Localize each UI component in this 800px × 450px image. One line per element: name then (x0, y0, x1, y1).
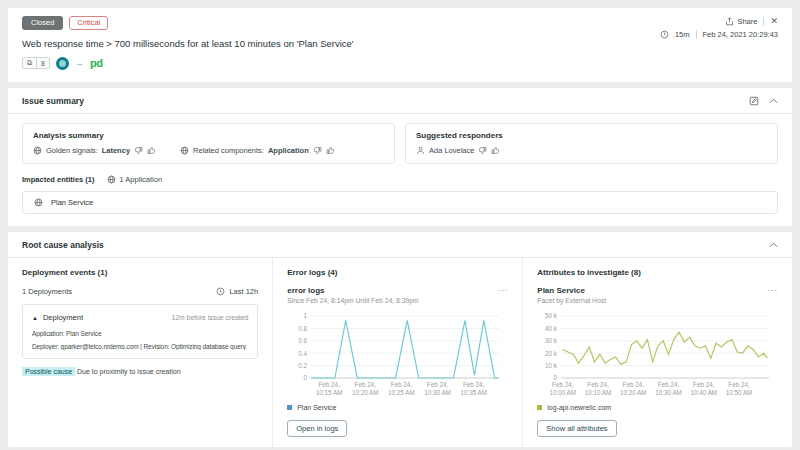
thumbs-down-icon[interactable] (313, 146, 322, 155)
section-title: Issue summary (22, 96, 84, 106)
share-label: Share (737, 17, 757, 26)
attributes-chart[interactable]: 010 k20 k30 k40 k50 kFeb 24,10:00 AMFeb … (537, 310, 779, 402)
svg-text:Feb 24,: Feb 24, (658, 381, 680, 388)
panel-title: Error logs (4) (287, 268, 508, 277)
issue-summary-header: Issue summary (8, 88, 792, 114)
suggested-responders-card: Suggested responders Ada Lovelace (405, 123, 778, 164)
svg-text:0.8: 0.8 (298, 325, 307, 332)
svg-text:1: 1 (304, 312, 308, 319)
share-icon (725, 17, 734, 26)
panel-title: Attributes to investigate (8) (537, 268, 778, 277)
attributes-legend[interactable]: log-api.newrelic.com (537, 404, 778, 411)
show-all-attributes-button[interactable]: Show all attributes (537, 420, 616, 437)
time-range-label: Last 12h (229, 287, 258, 296)
pagerduty-logo[interactable]: pd (90, 57, 102, 69)
related-components-label: Related components: (193, 146, 264, 155)
svg-text:30 k: 30 k (545, 337, 558, 344)
svg-text:10:25 AM: 10:25 AM (388, 389, 415, 396)
entity-globe-icon (34, 198, 43, 207)
svg-text:Feb 24,: Feb 24, (588, 381, 610, 388)
svg-text:Feb 24,: Feb 24, (623, 381, 645, 388)
chevron-up-icon[interactable] (769, 98, 778, 104)
possible-cause-badge: Possible cause (22, 367, 75, 376)
close-button[interactable]: ✕ (770, 16, 778, 26)
newrelic-source-icon[interactable] (56, 57, 69, 70)
svg-text:10:20 AM: 10:20 AM (620, 389, 647, 396)
thumbs-up-icon[interactable] (491, 146, 500, 155)
svg-text:0.6: 0.6 (298, 337, 307, 344)
open-in-logs-button[interactable]: Open in logs (287, 420, 347, 437)
chart-menu-button[interactable]: ... (767, 286, 778, 290)
feedback-icon[interactable] (749, 96, 759, 106)
arrow-right-icon: → (75, 58, 84, 68)
error-logs-legend[interactable]: Plan Service (287, 404, 508, 411)
header-right: Share ✕ 15m Feb 24, 2021 20:29:43 (660, 16, 778, 74)
issue-header: Closed Critical Web response time > 700 … (8, 8, 792, 82)
entity-row-plan-service[interactable]: Plan Service (22, 191, 778, 214)
deployment-marker-icon: ▲ (32, 315, 38, 321)
chart-subtitle: Facet by External Host (537, 297, 606, 304)
time-row: 15m Feb 24, 2021 20:29:43 (660, 30, 778, 39)
deployment-events-panel: Deployment events (1) 1 Deployments Last… (8, 258, 272, 447)
impacted-entities-type-label: 1 Application (120, 175, 163, 184)
section-title: Root cause analysis (22, 240, 104, 250)
badge-row: Closed Critical (22, 16, 354, 30)
deployment-application: Application: Plan Service (32, 330, 248, 337)
error-logs-panel: Error logs (4) error logs Since Feb 24, … (272, 258, 522, 447)
svg-text:10:30 AM: 10:30 AM (424, 389, 451, 396)
deployment-deployer: Deployer: gparker@telco.nrdemo.com | Rev… (32, 343, 248, 350)
deployment-meta-row: 1 Deployments Last 12h (22, 287, 258, 296)
conditions-count: 8 (37, 59, 49, 68)
svg-text:0: 0 (304, 374, 308, 381)
attributes-panel: Attributes to investigate (8) Plan Servi… (522, 258, 792, 447)
possible-cause-text: Due to proximity to issue creation (77, 368, 181, 375)
issue-title: Web response time > 700 milliseconds for… (22, 38, 354, 49)
priority-badge: Critical (69, 16, 108, 30)
related-components-group: Related components: Application (180, 146, 335, 155)
thumbs-up-icon[interactable] (147, 146, 156, 155)
legend-dot (287, 405, 292, 410)
card-title: Suggested responders (416, 131, 767, 140)
possible-cause-row: Possible cause Due to proximity to issue… (22, 368, 258, 375)
attributes-chart-header: Plan Service Facet by External Host ... (537, 286, 778, 304)
responder-name: Ada Lovelace (429, 146, 474, 155)
svg-text:10:15 AM: 10:15 AM (316, 389, 343, 396)
deployment-count: 1 Deployments (22, 287, 72, 296)
golden-signals-group: Golden signals: Latency (33, 146, 156, 155)
card-title: Analysis summary (33, 131, 384, 140)
legend-label: Plan Service (297, 404, 336, 411)
responder-row: Ada Lovelace (416, 146, 767, 155)
chart-menu-button[interactable]: ... (498, 286, 509, 290)
svg-text:Feb 24,: Feb 24, (729, 381, 751, 388)
summary-cards: Analysis summary Golden signals: Latency… (22, 123, 778, 164)
root-cause-columns: Deployment events (1) 1 Deployments Last… (8, 258, 792, 447)
thumbs-up-icon[interactable] (326, 146, 335, 155)
chart-title: Plan Service (537, 286, 606, 295)
chevron-up-icon[interactable] (769, 242, 778, 248)
error-logs-chart-header: error logs Since Feb 24, 8:14pm Until Fe… (287, 286, 508, 304)
svg-text:Feb 24,: Feb 24, (693, 381, 715, 388)
golden-signals-value: Latency (102, 146, 130, 155)
person-icon (416, 146, 425, 155)
conditions-count-pill[interactable]: ⧉ 8 (22, 57, 50, 69)
deployment-event-card[interactable]: ▲ Deployment 12m before issue created Ap… (22, 304, 258, 359)
share-button[interactable]: Share (725, 17, 757, 26)
share-row: Share ✕ (725, 16, 778, 26)
svg-text:50 k: 50 k (545, 312, 558, 319)
issue-duration: 15m (675, 30, 690, 39)
thumbs-down-icon[interactable] (134, 146, 143, 155)
thumbs-down-icon[interactable] (478, 146, 487, 155)
analysis-signals-row: Golden signals: Latency Related componen… (33, 146, 384, 155)
error-logs-chart[interactable]: 00.20.40.60.81Feb 24,10:15 AMFeb 24,10:2… (287, 310, 509, 402)
deployment-event-header: ▲ Deployment 12m before issue created (32, 313, 248, 322)
status-badge: Closed (22, 16, 63, 30)
clock-icon (216, 287, 225, 296)
time-range-picker[interactable]: Last 12h (216, 287, 258, 296)
impacted-entities-row: Impacted entities (1) 1 Application (22, 175, 778, 184)
legend-dot (537, 405, 542, 410)
related-components-value: Application (268, 146, 309, 155)
svg-text:Feb 24,: Feb 24, (391, 381, 413, 388)
entity-name: Plan Service (51, 198, 93, 207)
section-actions (749, 96, 778, 106)
svg-text:10:35 AM: 10:35 AM (461, 389, 488, 396)
